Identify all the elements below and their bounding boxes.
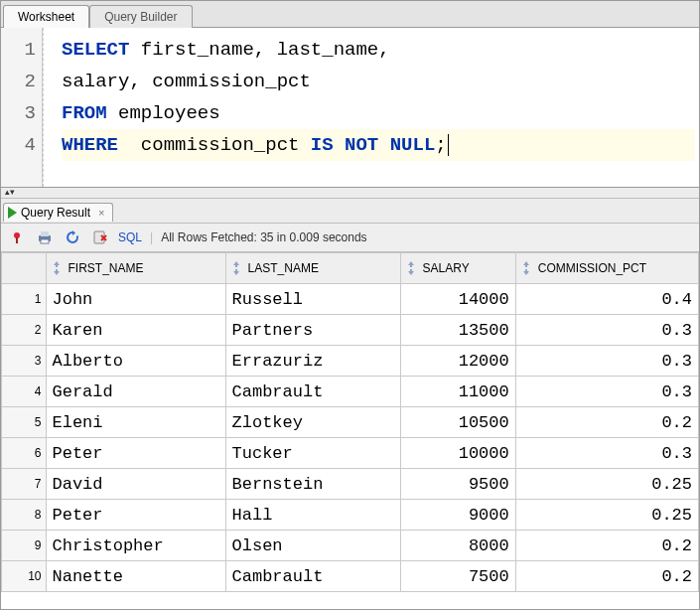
table-row[interactable]: 5EleniZlotkey105000.2 bbox=[2, 407, 699, 438]
table-row[interactable]: 10NanetteCambrault75000.2 bbox=[2, 561, 699, 592]
cell[interactable]: 7500 bbox=[400, 561, 515, 592]
sql-editor[interactable]: 1234 SELECT first_name, last_name,salary… bbox=[1, 28, 699, 188]
line-number: 4 bbox=[1, 129, 36, 161]
cell[interactable]: 10000 bbox=[400, 438, 515, 469]
tab-worksheet[interactable]: Worksheet bbox=[3, 5, 89, 28]
column-header[interactable]: LAST_NAME bbox=[225, 253, 400, 284]
row-number[interactable]: 3 bbox=[2, 346, 47, 377]
cell[interactable]: 0.25 bbox=[515, 469, 698, 500]
line-number: 2 bbox=[1, 66, 36, 97]
cell[interactable]: Tucker bbox=[225, 438, 400, 469]
tab-query-result[interactable]: Query Result × bbox=[3, 203, 113, 222]
fetch-status: All Rows Fetched: 35 in 0.009 seconds bbox=[161, 230, 366, 244]
code-line[interactable]: FROM employees bbox=[62, 97, 695, 129]
table-row[interactable]: 8PeterHall90000.25 bbox=[2, 500, 699, 531]
table-row[interactable]: 2KarenPartners135000.3 bbox=[2, 315, 699, 346]
code-line[interactable]: salary, commission_pct bbox=[62, 66, 695, 97]
text-caret bbox=[448, 134, 449, 156]
table-row[interactable]: 4GeraldCambrault110000.3 bbox=[2, 377, 699, 407]
print-button[interactable] bbox=[35, 228, 55, 247]
cell[interactable]: 10500 bbox=[400, 407, 515, 438]
svg-rect-3 bbox=[41, 231, 49, 236]
cell[interactable]: Christopher bbox=[46, 531, 225, 561]
cell[interactable]: 14000 bbox=[400, 284, 515, 315]
table-row[interactable]: 7DavidBernstein95000.25 bbox=[2, 469, 699, 500]
column-header[interactable]: SALARY bbox=[400, 253, 515, 284]
results-toolbar: SQL | All Rows Fetched: 35 in 0.009 seco… bbox=[1, 224, 699, 252]
run-icon bbox=[8, 207, 17, 219]
cancel-button[interactable] bbox=[90, 228, 110, 247]
cell[interactable]: 0.3 bbox=[515, 438, 698, 469]
editor-results-splitter[interactable]: ▴▾ bbox=[1, 188, 699, 199]
row-number[interactable]: 5 bbox=[2, 407, 47, 438]
line-number: 3 bbox=[1, 97, 36, 129]
tab-query-result-label: Query Result bbox=[21, 206, 90, 220]
cell[interactable]: 12000 bbox=[400, 346, 515, 377]
editor-gutter: 1234 bbox=[1, 28, 43, 187]
row-number[interactable]: 7 bbox=[2, 469, 47, 500]
cell[interactable]: Hall bbox=[225, 500, 400, 531]
table-row[interactable]: 3AlbertoErrazuriz120000.3 bbox=[2, 346, 699, 377]
cell[interactable]: Russell bbox=[225, 284, 400, 315]
cell[interactable]: 8000 bbox=[400, 531, 515, 561]
worksheet-tabbar: Worksheet Query Builder bbox=[1, 1, 699, 28]
code-line[interactable]: WHERE commission_pct IS NOT NULL; bbox=[62, 129, 695, 161]
cell[interactable]: 0.2 bbox=[515, 561, 698, 592]
cell[interactable]: 0.3 bbox=[515, 315, 698, 346]
editor-code[interactable]: SELECT first_name, last_name,salary, com… bbox=[43, 28, 699, 187]
row-header-corner[interactable] bbox=[2, 253, 47, 284]
row-number[interactable]: 9 bbox=[2, 531, 47, 561]
row-number[interactable]: 10 bbox=[2, 561, 47, 592]
cell[interactable]: 0.2 bbox=[515, 407, 698, 438]
cell[interactable]: 0.3 bbox=[515, 377, 698, 407]
svg-rect-4 bbox=[41, 239, 49, 243]
table-row[interactable]: 1JohnRussell140000.4 bbox=[2, 284, 699, 315]
sql-link[interactable]: SQL bbox=[118, 230, 142, 244]
cell[interactable]: 13500 bbox=[400, 315, 515, 346]
app-root: Worksheet Query Builder 1234 SELECT firs… bbox=[0, 0, 700, 610]
cell[interactable]: 0.2 bbox=[515, 531, 698, 561]
results-tabbar: Query Result × bbox=[1, 199, 699, 224]
cell[interactable]: 9500 bbox=[400, 469, 515, 500]
cell[interactable]: Partners bbox=[225, 315, 400, 346]
cell[interactable]: Nanette bbox=[46, 561, 225, 592]
cell[interactable]: Cambrault bbox=[225, 377, 400, 407]
cell[interactable]: Peter bbox=[46, 500, 225, 531]
results-grid[interactable]: FIRST_NAMELAST_NAMESALARYCOMMISSION_PCT1… bbox=[1, 252, 699, 592]
tab-query-builder[interactable]: Query Builder bbox=[89, 5, 192, 28]
toolbar-separator: | bbox=[150, 230, 153, 244]
cell[interactable]: Olsen bbox=[225, 531, 400, 561]
results-grid-scroll[interactable]: FIRST_NAMELAST_NAMESALARYCOMMISSION_PCT1… bbox=[1, 252, 699, 609]
row-number[interactable]: 4 bbox=[2, 377, 47, 407]
cell[interactable]: Alberto bbox=[46, 346, 225, 377]
cell[interactable]: 9000 bbox=[400, 500, 515, 531]
cell[interactable]: Gerald bbox=[46, 377, 225, 407]
line-number: 1 bbox=[1, 34, 36, 66]
table-row[interactable]: 9ChristopherOlsen80000.2 bbox=[2, 531, 699, 561]
table-row[interactable]: 6PeterTucker100000.3 bbox=[2, 438, 699, 469]
svg-rect-1 bbox=[16, 237, 18, 243]
close-icon[interactable]: × bbox=[98, 207, 104, 219]
cell[interactable]: Peter bbox=[46, 438, 225, 469]
code-line[interactable]: SELECT first_name, last_name, bbox=[62, 34, 695, 66]
cell[interactable]: Karen bbox=[46, 315, 225, 346]
cell[interactable]: John bbox=[46, 284, 225, 315]
cell[interactable]: 0.25 bbox=[515, 500, 698, 531]
row-number[interactable]: 6 bbox=[2, 438, 47, 469]
row-number[interactable]: 8 bbox=[2, 500, 47, 531]
cell[interactable]: David bbox=[46, 469, 225, 500]
cell[interactable]: Zlotkey bbox=[225, 407, 400, 438]
pin-button[interactable] bbox=[7, 228, 27, 247]
row-number[interactable]: 2 bbox=[2, 315, 47, 346]
cell[interactable]: Errazuriz bbox=[225, 346, 400, 377]
cell[interactable]: 0.4 bbox=[515, 284, 698, 315]
cell[interactable]: Cambrault bbox=[225, 561, 400, 592]
cell[interactable]: 11000 bbox=[400, 377, 515, 407]
row-number[interactable]: 1 bbox=[2, 284, 47, 315]
column-header[interactable]: COMMISSION_PCT bbox=[515, 253, 698, 284]
refresh-button[interactable] bbox=[63, 228, 82, 247]
cell[interactable]: Eleni bbox=[46, 407, 225, 438]
cell[interactable]: 0.3 bbox=[515, 346, 698, 377]
column-header[interactable]: FIRST_NAME bbox=[46, 253, 225, 284]
cell[interactable]: Bernstein bbox=[225, 469, 400, 500]
